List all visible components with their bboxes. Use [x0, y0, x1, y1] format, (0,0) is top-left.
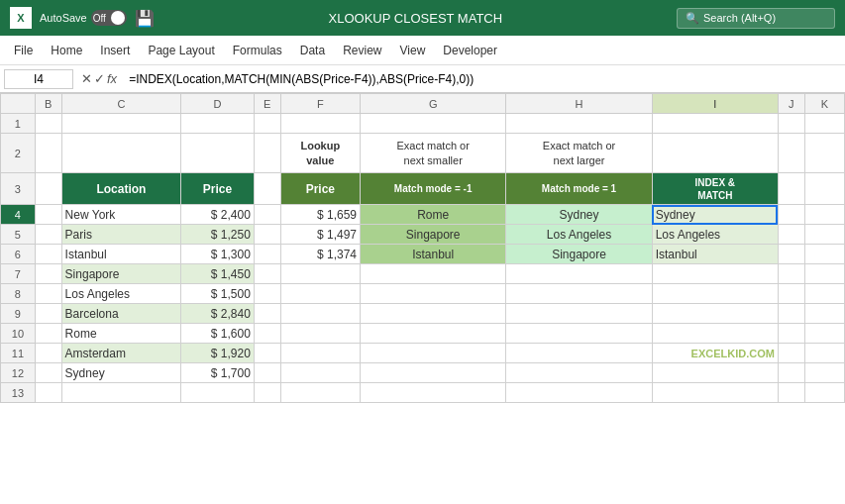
cell-b10[interactable]	[35, 324, 61, 344]
cell-b9[interactable]	[35, 304, 61, 324]
cell-d11[interactable]: $ 1,920	[181, 344, 255, 363]
cell-e6[interactable]	[254, 245, 280, 264]
cell-g9[interactable]	[361, 304, 506, 324]
autosave-toggle[interactable]: Off	[91, 10, 127, 26]
cell-c3-location[interactable]: Location	[61, 173, 181, 205]
cell-e4[interactable]	[254, 205, 280, 225]
cell-f11[interactable]	[280, 344, 360, 363]
cell-k11[interactable]	[804, 344, 844, 363]
cell-e9[interactable]	[254, 304, 280, 324]
menu-data[interactable]: Data	[292, 40, 333, 61]
col-header-j[interactable]: J	[778, 94, 804, 114]
cell-h3-matchmode[interactable]: Match mode = 1	[506, 173, 652, 205]
cell-b6[interactable]	[35, 245, 61, 264]
cell-f12[interactable]	[280, 363, 360, 383]
cell-f7[interactable]	[280, 264, 360, 284]
cell-k6[interactable]	[804, 245, 844, 264]
cell-b3[interactable]	[35, 173, 61, 205]
cell-d10[interactable]: $ 1,600	[181, 324, 255, 344]
cell-h11[interactable]	[506, 344, 652, 363]
cell-i4-selected[interactable]: Sydney	[652, 205, 778, 225]
cell-h1[interactable]	[506, 114, 652, 134]
cell-k3[interactable]	[804, 173, 844, 205]
cell-b5[interactable]	[35, 225, 61, 245]
cell-i8[interactable]	[652, 284, 778, 304]
cell-d2[interactable]	[181, 134, 255, 173]
cell-f2[interactable]: Lookupvalue	[280, 134, 360, 173]
cell-c9[interactable]: Barcelona	[61, 304, 181, 324]
menu-view[interactable]: View	[392, 40, 434, 61]
cell-i1[interactable]	[652, 114, 778, 134]
cell-h9[interactable]	[506, 304, 652, 324]
col-header-e[interactable]: E	[254, 94, 280, 114]
cell-j3[interactable]	[778, 173, 804, 205]
cell-c8[interactable]: Los Angeles	[61, 284, 181, 304]
cell-h13[interactable]	[506, 383, 652, 403]
col-header-k[interactable]: K	[804, 94, 844, 114]
search-box[interactable]: 🔍 Search (Alt+Q)	[677, 8, 835, 29]
cell-i13[interactable]	[652, 383, 778, 403]
cell-h10[interactable]	[506, 324, 652, 344]
cell-c2[interactable]	[61, 134, 181, 173]
cell-e3[interactable]	[254, 173, 280, 205]
col-header-c[interactable]: C	[61, 94, 181, 114]
cell-g5[interactable]: Singapore	[361, 225, 506, 245]
cell-k4[interactable]	[804, 205, 844, 225]
cell-f13[interactable]	[280, 383, 360, 403]
cell-e5[interactable]	[254, 225, 280, 245]
cell-b4[interactable]	[35, 205, 61, 225]
save-button[interactable]: 💾	[135, 9, 155, 28]
cell-j12[interactable]	[778, 363, 804, 383]
cell-b8[interactable]	[35, 284, 61, 304]
name-box[interactable]	[4, 69, 73, 89]
cell-d9[interactable]: $ 2,840	[181, 304, 255, 324]
cell-h2[interactable]: Exact match ornext larger	[506, 134, 652, 173]
cell-d12[interactable]: $ 1,700	[181, 363, 255, 383]
cell-j13[interactable]	[778, 383, 804, 403]
cell-j7[interactable]	[778, 264, 804, 284]
cell-i7[interactable]	[652, 264, 778, 284]
menu-page-layout[interactable]: Page Layout	[140, 40, 222, 61]
cell-g11[interactable]	[361, 344, 506, 363]
cell-i3-indexmatch[interactable]: INDEX &MATCH	[652, 173, 778, 205]
cell-c5[interactable]: Paris	[61, 225, 181, 245]
cell-f6[interactable]: $ 1,374	[280, 245, 360, 264]
formula-input[interactable]	[125, 70, 841, 88]
cell-h8[interactable]	[506, 284, 652, 304]
cell-c7[interactable]: Singapore	[61, 264, 181, 284]
cell-i5[interactable]: Los Angeles	[652, 225, 778, 245]
col-header-g[interactable]: G	[361, 94, 506, 114]
cell-g13[interactable]	[361, 383, 506, 403]
cell-d5[interactable]: $ 1,250	[181, 225, 255, 245]
cell-k9[interactable]	[804, 304, 844, 324]
grid[interactable]: B C D E F G H I J K 1	[0, 93, 845, 504]
cell-e13[interactable]	[254, 383, 280, 403]
col-header-i[interactable]: I	[652, 94, 778, 114]
cell-c11[interactable]: Amsterdam	[61, 344, 181, 363]
cell-j1[interactable]	[778, 114, 804, 134]
cell-d8[interactable]: $ 1,500	[181, 284, 255, 304]
cell-b2[interactable]	[35, 134, 61, 173]
cell-b12[interactable]	[35, 363, 61, 383]
cell-e11[interactable]	[254, 344, 280, 363]
confirm-icon[interactable]: ✓	[94, 71, 105, 86]
cell-e2[interactable]	[254, 134, 280, 173]
cell-f4[interactable]: $ 1,659	[280, 205, 360, 225]
cell-i6[interactable]: Istanbul	[652, 245, 778, 264]
cell-g3-matchmode[interactable]: Match mode = -1	[361, 173, 506, 205]
cell-k13[interactable]	[804, 383, 844, 403]
cell-b1[interactable]	[35, 114, 61, 134]
cell-c12[interactable]: Sydney	[61, 363, 181, 383]
cell-f3-price[interactable]: Price	[280, 173, 360, 205]
cell-e7[interactable]	[254, 264, 280, 284]
cell-j4[interactable]	[778, 205, 804, 225]
cell-k2[interactable]	[804, 134, 844, 173]
cell-h4[interactable]: Sydney	[506, 205, 652, 225]
cell-j2[interactable]	[778, 134, 804, 173]
cell-b13[interactable]	[35, 383, 61, 403]
cell-d1[interactable]	[181, 114, 255, 134]
cell-f8[interactable]	[280, 284, 360, 304]
col-header-d[interactable]: D	[181, 94, 255, 114]
cell-c13[interactable]	[61, 383, 181, 403]
cell-e12[interactable]	[254, 363, 280, 383]
